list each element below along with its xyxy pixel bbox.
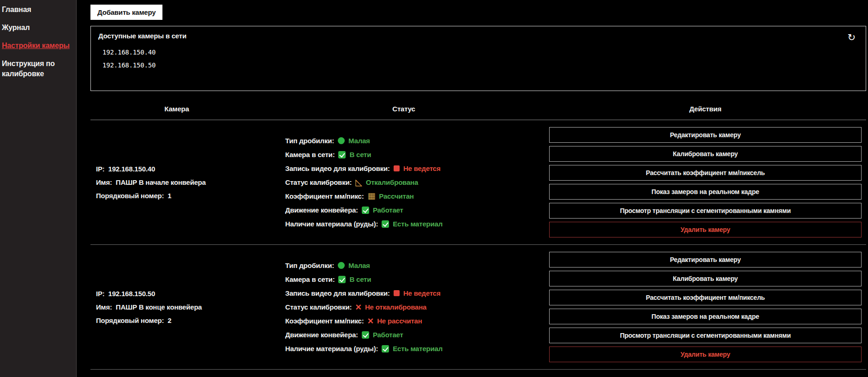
- available-ip: 192.168.150.50: [102, 59, 858, 72]
- add-camera-button[interactable]: Добавить камеру: [90, 5, 162, 20]
- status-label: Движение конвейера:: [285, 330, 358, 340]
- status-label: Тип дробилки:: [285, 261, 334, 271]
- status-line: Камера в сети:В сети: [285, 150, 545, 160]
- camera-table: Камера Статус Действия IP:192.168.150.40…: [90, 91, 866, 370]
- sidebar-item-camera-settings[interactable]: Настройки камеры: [2, 41, 72, 51]
- edit-camera-button[interactable]: Редактировать камеру: [549, 252, 862, 268]
- triangle-ruler-icon: ◺: [355, 179, 362, 186]
- camera-order-number-value: 2: [168, 316, 171, 324]
- available-cameras-title: Доступные камеры в сети: [98, 32, 858, 40]
- camera-name: Имя:ПАШР В конце конвейера: [96, 303, 263, 311]
- status-line: Движение конвейера:Работает: [285, 330, 545, 340]
- calc-mm-px-coefficient-button[interactable]: Рассчитать коэффициент мм/пиксель: [549, 165, 862, 181]
- status-label: Статус калибровки:: [285, 302, 352, 312]
- edit-camera-button[interactable]: Редактировать камеру: [549, 127, 862, 143]
- sidebar-item-journal[interactable]: Журнал: [2, 23, 72, 33]
- show-measurements-real-frame-button[interactable]: Показ замеров на реальном кадре: [549, 184, 862, 200]
- calibrate-camera-button[interactable]: Калибровать камеру: [549, 146, 862, 162]
- status-line: Коэффициент мм/пикс:▦Рассчитан: [285, 191, 545, 201]
- status-value: Не ведется: [403, 288, 441, 298]
- status-line: Коэффициент мм/пикс:×Не рассчитан: [285, 316, 545, 326]
- available-cameras-panel: Доступные камеры в сети ↻ 192.168.150.40…: [90, 26, 866, 91]
- red-x-icon: ×: [368, 318, 374, 324]
- status-line: Тип дробилки:Малая: [285, 261, 545, 271]
- camera-ip-value: 192.168.150.40: [108, 165, 155, 173]
- column-header-camera: Камера: [90, 105, 263, 113]
- camera-name-value: ПАШР В начале конвейера: [116, 178, 206, 186]
- status-label: Статус калибровки:: [285, 177, 352, 188]
- red-square-icon: [394, 165, 400, 171]
- camera-info-cell: IP:192.168.150.50Имя:ПАШР В конце конвей…: [90, 252, 263, 362]
- status-label: Движение конвейера:: [285, 205, 358, 215]
- check-green-icon: [338, 151, 346, 158]
- camera-ip-label: IP:: [96, 290, 105, 298]
- status-line: Наличие материала (руды):Есть материал: [285, 219, 545, 229]
- camera-actions-cell: Редактировать камеруКалибровать камеруРа…: [545, 127, 866, 237]
- show-measurements-real-frame-button[interactable]: Показ замеров на реальном кадре: [549, 309, 862, 324]
- camera-info-cell: IP:192.168.150.40Имя:ПАШР В начале конве…: [90, 127, 263, 237]
- status-line: Запись видео для калибровки:Не ведется: [285, 164, 545, 174]
- status-line: Движение конвейера:Работает: [285, 205, 545, 215]
- sidebar-item-home[interactable]: Главная: [2, 5, 72, 15]
- camera-order-number: Порядковый номер:1: [96, 192, 263, 200]
- status-line: Наличие материала (руды):Есть материал: [285, 344, 545, 354]
- camera-order-number-label: Порядковый номер:: [96, 316, 164, 324]
- status-value: Не ведется: [403, 164, 441, 174]
- check-green-icon: [382, 220, 389, 228]
- status-label: Запись видео для калибровки:: [285, 288, 390, 298]
- status-label: Коэффициент мм/пикс:: [285, 316, 364, 326]
- camera-table-header: Камера Статус Действия: [90, 91, 866, 120]
- view-segmented-stream-button[interactable]: Просмотр трансляции с сегментированными …: [549, 328, 862, 343]
- camera-name-value: ПАШР В конце конвейера: [116, 303, 202, 311]
- camera-name: Имя:ПАШР В начале конвейера: [96, 178, 263, 186]
- status-value: Не рассчитан: [377, 316, 422, 326]
- camera-name-label: Имя:: [96, 178, 112, 186]
- camera-order-number-value: 1: [168, 192, 171, 200]
- sidebar-item-calibration-instructions[interactable]: Инструкция по калибровке: [2, 59, 72, 79]
- status-value: Не откалибрована: [365, 302, 426, 312]
- sidebar: ГлавнаяЖурналНастройки камерыИнструкция …: [0, 0, 77, 377]
- camera-ip: IP:192.168.150.40: [96, 165, 263, 173]
- status-line: Статус калибровки:◺Откалибрована: [285, 177, 545, 188]
- refresh-icon[interactable]: ↻: [848, 33, 856, 42]
- red-x-icon: ×: [355, 304, 361, 310]
- delete-camera-button[interactable]: Удалить камеру: [549, 347, 862, 362]
- check-green-icon: [382, 345, 389, 353]
- status-value: Малая: [348, 261, 370, 271]
- available-ip: 192.168.150.40: [102, 46, 858, 59]
- camera-table-body: IP:192.168.150.40Имя:ПАШР В начале конве…: [90, 120, 866, 370]
- status-value: Есть материал: [393, 344, 443, 354]
- status-value: Рассчитан: [379, 191, 413, 201]
- camera-order-number-label: Порядковый номер:: [96, 192, 164, 200]
- camera-row: IP:192.168.150.40Имя:ПАШР В начале конве…: [90, 120, 866, 245]
- calibrate-camera-button[interactable]: Калибровать камеру: [549, 271, 862, 286]
- view-segmented-stream-button[interactable]: Просмотр трансляции с сегментированными …: [549, 203, 862, 219]
- column-header-status: Статус: [263, 105, 545, 113]
- status-label: Запись видео для калибровки:: [285, 164, 390, 174]
- status-value: Откалибрована: [366, 177, 418, 188]
- camera-row: IP:192.168.150.50Имя:ПАШР В конце конвей…: [90, 245, 866, 370]
- status-value: Есть материал: [393, 219, 443, 229]
- camera-ip-label: IP:: [96, 165, 105, 173]
- delete-camera-button[interactable]: Удалить камеру: [549, 222, 862, 237]
- status-label: Тип дробилки:: [285, 136, 334, 146]
- available-ip-list: 192.168.150.40192.168.150.50: [98, 46, 858, 72]
- status-line: Тип дробилки:Малая: [285, 136, 545, 146]
- camera-actions-cell: Редактировать камеруКалибровать камеруРа…: [545, 252, 866, 362]
- camera-name-label: Имя:: [96, 303, 112, 311]
- status-label: Наличие материала (руды):: [285, 344, 378, 354]
- camera-order-number: Порядковый номер:2: [96, 316, 263, 324]
- calc-mm-px-coefficient-button[interactable]: Рассчитать коэффициент мм/пиксель: [549, 290, 862, 305]
- status-value: Работает: [373, 205, 403, 215]
- status-value: В сети: [349, 150, 371, 160]
- status-value: Малая: [348, 136, 370, 146]
- status-line: Статус калибровки:×Не откалибрована: [285, 302, 545, 312]
- main-content: Добавить камеру Доступные камеры в сети …: [77, 0, 868, 370]
- status-label: Камера в сети:: [285, 274, 335, 285]
- green-circle-icon: [338, 262, 345, 269]
- check-green-icon: [338, 276, 346, 283]
- camera-ip-value: 192.168.150.50: [108, 290, 155, 298]
- camera-status-cell: Тип дробилки:МалаяКамера в сети:В сетиЗа…: [263, 127, 545, 237]
- column-header-actions: Действия: [545, 105, 866, 113]
- check-green-icon: [362, 331, 369, 339]
